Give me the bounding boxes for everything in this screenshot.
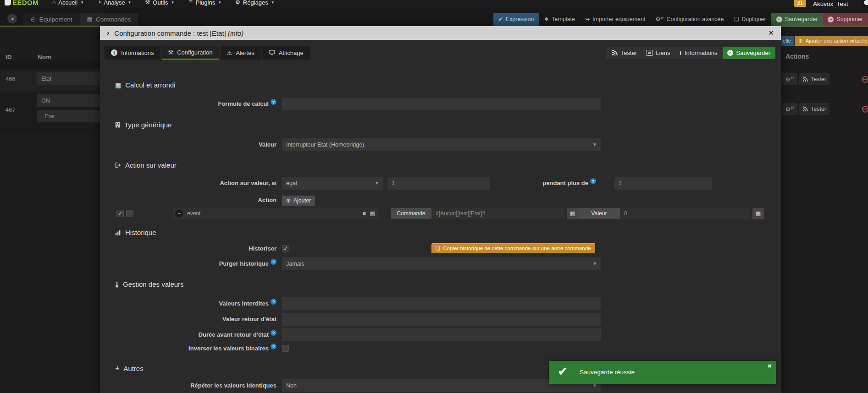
duration-input[interactable] (614, 177, 712, 190)
remove-action-button[interactable]: − (175, 210, 183, 218)
tab-commandes[interactable]: ▦ Commandes (80, 13, 138, 26)
command-input[interactable] (431, 208, 564, 219)
plus-circle-icon: ⊕ (286, 197, 291, 204)
nav-item-outils[interactable]: ⚒ Outils ▼ (145, 0, 175, 6)
historize-checkbox[interactable]: ✓ (282, 245, 289, 252)
thermometer-icon (115, 281, 119, 288)
condition-value-input[interactable] (387, 177, 490, 190)
gears-icon: ⚙⚙ (655, 16, 663, 22)
state-return-label: Valeur retour d'état (100, 313, 276, 326)
help-icon[interactable]: ? (271, 259, 276, 265)
advanced-config-button[interactable]: ⚙⚙ Configuration avancée (650, 13, 729, 26)
nav-item-analyse[interactable]: ◔ Analyse ▼ (98, 0, 131, 6)
list-icon[interactable]: ≡ (363, 210, 366, 217)
remove-command-icon[interactable]: ⊖ (861, 104, 868, 114)
forbidden-values-input[interactable] (282, 297, 601, 310)
forbidden-values-label: Valeurs interdites? (100, 297, 276, 310)
tab-affichage[interactable]: Affichage (262, 46, 310, 60)
section-action-sur-valeur: Action sur valeur (115, 161, 177, 169)
copy-history-button[interactable]: ❏ Copier historique de cette commande su… (431, 243, 595, 253)
purge-label: Purger historique? (100, 257, 276, 270)
value-label-button[interactable]: Valeur (578, 208, 620, 219)
help-icon[interactable]: ? (271, 99, 276, 105)
rss-icon (612, 50, 618, 56)
jeedom-logo[interactable]: EEDOM (5, 0, 39, 6)
list-icon: ≣ (188, 0, 193, 5)
invert-binary-checkbox[interactable] (282, 345, 289, 352)
table-icon: ▦ (87, 16, 92, 22)
formula-label: Formule de calcul? (100, 98, 276, 110)
condition-select[interactable]: égal ▼ (282, 177, 383, 190)
action-enabled-checkbox[interactable]: ✓ (116, 210, 124, 217)
value-picker-button[interactable]: ▦ (752, 208, 764, 219)
value-select[interactable]: Interrupteur Etat (Homebridge) ▼ (282, 138, 601, 151)
user-icon[interactable] (864, 0, 868, 5)
help-icon[interactable]: ? (271, 330, 276, 336)
add-virtual-action-button[interactable]: ⊕ Ajouter une action virtuelle (795, 36, 868, 46)
command-tester-button[interactable]: Tester (799, 103, 829, 115)
state-return-input[interactable] (282, 313, 601, 326)
save-button[interactable]: ✓ Sauvegarder (771, 13, 823, 26)
nav-item-accueil[interactable]: ⌂ Accueil ▼ (52, 0, 84, 6)
section-calcul: ▦ Calcul et arrondi (115, 81, 175, 89)
command-name-input[interactable] (37, 94, 100, 107)
nav-item-plugins[interactable]: ≣ Plugins ▼ (188, 0, 221, 6)
command-tester-button[interactable]: Tester (799, 73, 829, 85)
select-caret-icon: ▼ (375, 177, 379, 190)
info-circle-icon: i (111, 49, 117, 56)
modal-save-button[interactable]: ✓ Sauvegarder (723, 47, 775, 59)
command-name-input[interactable] (37, 72, 100, 85)
tab-alertes[interactable]: ⚠ Alertes (221, 46, 261, 60)
formula-input[interactable] (282, 98, 601, 110)
chevron-right-icon: › (107, 29, 109, 37)
modal-title: Configuration commande : test [Etat] (in… (114, 29, 243, 37)
tab-equipement[interactable]: ◴ Equipement (23, 13, 80, 26)
liens-button[interactable]: ⇄ Liens (642, 47, 674, 59)
action-value-input[interactable] (620, 208, 750, 219)
notification-badge[interactable]: 21 (794, 0, 806, 7)
table-icon: ▦ (756, 210, 761, 217)
command-picker-button[interactable]: ▦ (567, 208, 578, 219)
expression-button[interactable]: ✔ Expression (493, 13, 539, 26)
nav-item-reglages[interactable]: ⚙ Réglages ▼ (235, 0, 275, 6)
table-icon[interactable]: ▦ (370, 210, 375, 217)
tab-configuration[interactable]: ⚒ Configuration (162, 46, 219, 60)
tools-icon: ⚒ (145, 0, 150, 5)
purge-select[interactable]: Jamais ▼ (282, 257, 601, 270)
command-name-input[interactable] (37, 110, 100, 122)
duration-label: pendant plus de? (490, 177, 596, 190)
truncated-virtual-button[interactable]: elle (781, 36, 794, 46)
command-config-button[interactable]: ⚙⚙ (782, 73, 797, 85)
arrow-left-icon: ◄ (10, 16, 14, 21)
tester-button[interactable]: Tester (607, 47, 641, 59)
command-label-button[interactable]: Commande (391, 208, 431, 219)
check-icon: ✓ (283, 246, 288, 252)
share-icon: ↪ (585, 16, 590, 22)
template-button[interactable]: ❖ Template (539, 13, 581, 26)
command-id: 467 (6, 106, 16, 113)
command-config-button[interactable]: ⚙⚙ (782, 103, 797, 115)
state-return-duration-input[interactable] (282, 328, 601, 341)
tab-informations[interactable]: i Informations (105, 46, 160, 60)
bar-chart-icon (115, 230, 121, 235)
add-action-button[interactable]: ⊕ Ajouter (282, 196, 315, 206)
action-secondary-checkbox[interactable] (126, 210, 133, 217)
help-icon[interactable]: ? (590, 178, 596, 184)
delete-button[interactable]: − Supprimer (823, 13, 868, 26)
event-input[interactable] (187, 210, 363, 217)
back-button[interactable]: ◄ (7, 14, 17, 23)
duplicate-button[interactable]: ❏ Dupliquer (729, 13, 771, 26)
user-name[interactable]: Akuvox_Test (813, 0, 848, 7)
help-icon[interactable]: ? (271, 344, 276, 349)
toast-close-icon[interactable]: ✖ (768, 363, 772, 369)
home-icon: ⌂ (52, 0, 55, 5)
close-icon[interactable]: ✕ (768, 29, 774, 37)
column-header-id: ID (6, 54, 12, 60)
remove-command-icon[interactable]: ⊖ (861, 74, 868, 84)
help-icon[interactable]: ? (271, 299, 276, 305)
table-stripe (0, 61, 100, 70)
informations-button[interactable]: i Informations (675, 47, 722, 59)
import-equipment-button[interactable]: ↪ Importer équipement (580, 13, 650, 26)
chevron-down-icon: ▼ (80, 0, 84, 5)
chevron-down-icon: ▼ (171, 0, 175, 5)
